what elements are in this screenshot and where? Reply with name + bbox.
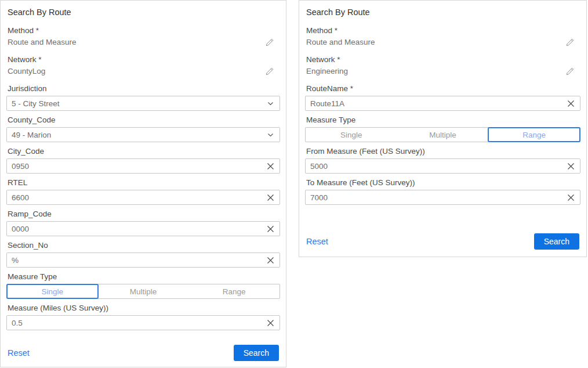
search-button[interactable]: Search [534,233,579,250]
from-measure-label: From Measure (Feet (US Survey)) [306,147,579,156]
method-edit-button[interactable] [265,38,274,47]
ramp-code-field: Ramp_Code [6,210,280,236]
pencil-icon [565,69,575,78]
city-code-clear-button[interactable] [264,163,280,170]
county-code-selected-value: 49 - Marion [7,131,51,139]
from-measure-input[interactable] [306,162,565,171]
ramp-code-input[interactable] [7,225,264,233]
to-measure-field: To Measure (Feet (US Survey)) [305,178,580,205]
network-label: Network * [8,55,279,64]
network-label: Network * [306,55,579,64]
county-code-label: County_Code [8,116,279,124]
method-field: Method * Route and Measure [305,26,580,47]
method-field: Method * Route and Measure [6,26,280,47]
network-field: Network * Engineering [305,55,580,76]
chevron-down-icon [265,101,280,106]
page-title: Search By Route [306,8,579,17]
panel-footer: Reset Search [6,345,280,361]
from-measure-field: From Measure (Feet (US Survey)) [305,147,580,174]
measure-clear-button[interactable] [264,319,280,327]
jurisdiction-label: Jurisdiction [8,84,279,93]
search-panels-container: Search By Route Method * Route and Measu… [0,0,588,367]
ramp-code-clear-button[interactable] [264,225,280,233]
x-icon [267,257,274,266]
measure-label: Measure (Miles (US Survey)) [8,304,279,312]
measure-type-segmented-control: Single Multiple Range [6,284,280,299]
pencil-icon [265,69,274,78]
network-value: Engineering [306,67,348,75]
city-code-input[interactable] [7,162,264,171]
x-icon [267,226,274,234]
city-code-field: City_Code [6,147,280,174]
search-button[interactable]: Search [234,345,279,361]
panel-footer: Reset Search [305,233,580,250]
measure-type-option-single[interactable]: Single [306,128,397,142]
method-value: Route and Measure [8,38,77,46]
method-label: Method * [306,26,579,35]
to-measure-label: To Measure (Feet (US Survey)) [306,178,579,187]
to-measure-clear-button[interactable] [565,194,580,201]
network-edit-button[interactable] [565,67,575,76]
pencil-icon [565,40,575,49]
measure-type-option-multiple[interactable]: Multiple [397,128,489,142]
method-value: Route and Measure [306,38,375,46]
routename-label: RouteName * [306,84,579,93]
x-icon [567,163,575,172]
rtel-field: RTEL [6,178,280,205]
rtel-clear-button[interactable] [264,194,280,201]
measure-type-option-range[interactable]: Range [188,284,280,298]
section-no-input[interactable] [7,256,264,265]
jurisdiction-select[interactable]: 5 - City Street [6,96,280,111]
measure-type-field: Measure Type Single Multiple Range [6,272,280,299]
section-no-label: Section_No [8,241,279,250]
chevron-down-icon [265,132,280,138]
search-by-route-panel-countylog: Search By Route Method * Route and Measu… [0,0,286,367]
routename-clear-button[interactable] [565,100,580,107]
x-icon [567,100,575,109]
x-icon [567,194,575,203]
x-icon [267,194,274,203]
city-code-label: City_Code [8,147,279,156]
routename-field: RouteName * [305,84,580,111]
reset-link[interactable]: Reset [306,237,328,246]
method-label: Method * [8,26,279,35]
measure-field: Measure (Miles (US Survey)) [6,304,280,330]
routename-input[interactable] [306,99,565,108]
county-code-select[interactable]: 49 - Marion [6,127,280,142]
measure-type-option-range[interactable]: Range [488,128,580,142]
jurisdiction-field: Jurisdiction 5 - City Street [6,84,280,111]
x-icon [267,320,274,329]
measure-type-label: Measure Type [8,272,279,281]
measure-type-field: Measure Type Single Multiple Range [305,116,580,142]
network-field: Network * CountyLog [6,55,280,76]
from-measure-clear-button[interactable] [565,163,580,170]
section-no-field: Section_No [6,241,280,268]
reset-link[interactable]: Reset [8,348,30,358]
rtel-label: RTEL [8,178,279,187]
network-value: CountyLog [8,67,45,75]
page-title: Search By Route [8,8,279,17]
measure-type-segmented-control: Single Multiple Range [305,127,580,142]
search-by-route-panel-engineering: Search By Route Method * Route and Measu… [299,0,587,257]
measure-type-option-single[interactable]: Single [7,284,98,298]
measure-input[interactable] [7,319,264,327]
jurisdiction-selected-value: 5 - City Street [7,99,60,108]
to-measure-input[interactable] [306,193,565,202]
ramp-code-label: Ramp_Code [8,210,279,218]
measure-type-option-multiple[interactable]: Multiple [98,284,189,298]
rtel-input[interactable] [7,193,264,202]
county-code-field: County_Code 49 - Marion [6,116,280,142]
measure-type-label: Measure Type [306,116,579,124]
network-edit-button[interactable] [265,67,274,76]
method-edit-button[interactable] [565,38,575,47]
pencil-icon [265,40,274,49]
x-icon [267,163,274,172]
section-no-clear-button[interactable] [264,257,280,264]
